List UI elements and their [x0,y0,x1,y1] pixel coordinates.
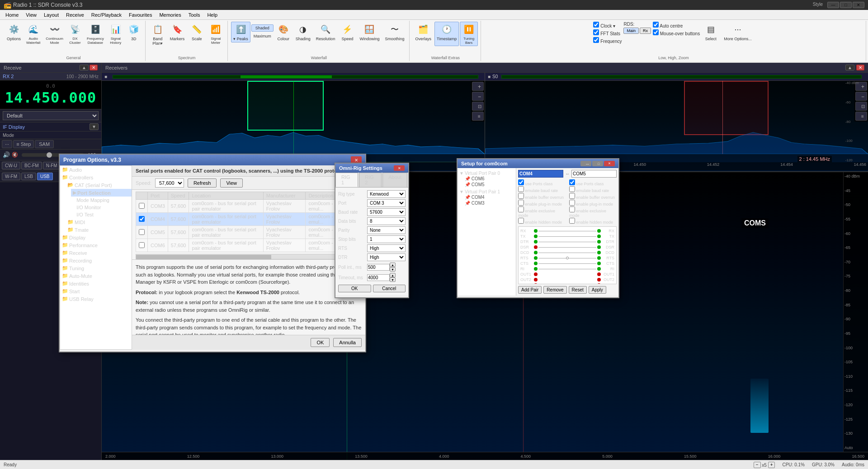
mode-btn-lsb[interactable]: LSB [21,173,36,180]
tree-recording[interactable]: 📁 Recording [60,257,132,264]
table-row[interactable]: COM6 57,600 com0com - bus for serial por… [136,239,362,252]
poll-int-up[interactable]: ▲ [390,263,396,267]
cb-emulate-baud-right[interactable] [569,186,575,192]
tab-about[interactable]: About [382,173,407,187]
com-left-input[interactable] [518,170,563,178]
tab-rig2[interactable]: RIG 2 [359,173,382,187]
menu-layout[interactable]: Layout [40,11,62,19]
rx1-zoom-plus[interactable]: + [472,82,484,91]
receive-panel-expand[interactable]: ▲ [80,65,89,70]
ok-btn[interactable]: OK [311,338,330,347]
menu-favourites[interactable]: Favourites [125,11,156,19]
omni-cancel-btn[interactable]: Cancel [373,285,406,292]
table-row[interactable]: COM4 57,600 com0com - bus for serial por… [136,213,362,226]
rx2-zoom-minus[interactable]: − [855,92,867,101]
tree-io-monitor[interactable]: I/O Monitor [71,204,132,211]
cb-com3[interactable] [139,203,145,209]
port-select[interactable]: COM 3 [367,199,406,207]
btn-sam[interactable]: SAM [35,140,54,148]
mode-btn-wfm[interactable]: W-FM [2,173,20,180]
stop-bits-select[interactable]: 1 [367,235,406,243]
tree-receive[interactable]: 📁 Receive [60,249,132,257]
mode-btn-cwu[interactable]: CW-U [2,162,20,169]
btn-tuning-bars[interactable]: ⏸️ TuningBars [460,22,478,46]
view-btn[interactable]: View [220,178,243,188]
zoom-plus-btn[interactable]: + [768,462,775,468]
cb-frequency[interactable] [593,37,599,43]
btn-band-plan[interactable]: 📋 BandPlan▾ [149,22,167,47]
poll-int-down[interactable]: ▼ [390,267,396,272]
btn-signal-meter[interactable]: 📶 SignalMeter [207,22,225,47]
add-pair-btn[interactable]: Add Pair [518,286,542,294]
tree-display[interactable]: 📁 Display [60,234,132,241]
btn-options[interactable]: ⚙️ Options [5,22,23,46]
menu-recplayback[interactable]: Rec/Playback [88,11,125,19]
mode-btn-nfm[interactable]: N-FM [43,162,61,169]
timeout-down[interactable]: ▼ [390,277,396,282]
btn-select[interactable]: ▤ Select [702,22,720,44]
table-scrollbar[interactable] [136,254,362,259]
rx1-fit[interactable]: ⊡ [472,102,484,111]
cb-exclusive-right[interactable] [569,206,575,212]
btn-rx-rx[interactable]: Rx [640,28,651,34]
btn-scale[interactable]: 📏 Scale [188,22,206,47]
tree-midi[interactable]: 📁 MIDI [66,218,132,226]
rts-select[interactable]: High [367,244,406,252]
cb-com4[interactable] [139,216,145,222]
btn-continuum[interactable]: 〰️ ContinuumMode [43,22,66,46]
com0com-maximize[interactable]: □ [592,161,603,166]
cb-mouseover[interactable] [653,29,659,35]
cb-buffer-overrun-right[interactable] [569,193,575,199]
minimize-button[interactable]: — [827,2,839,8]
btn-markers[interactable]: 🔖 Markers [168,22,187,47]
rx2-fit[interactable]: ⊡ [855,102,867,111]
program-options-title-bar[interactable]: Program Options, v3.3 ✕ [60,155,365,165]
cb-hidden-left[interactable] [518,218,524,224]
timeout-up[interactable]: ▲ [390,273,396,277]
menu-view[interactable]: View [22,11,40,19]
cb-hidden-right[interactable] [569,218,575,224]
omni-rig-close[interactable]: ✕ [394,165,405,171]
data-bits-select[interactable]: 8 [367,217,406,225]
btn-maximum[interactable]: Maximum [251,33,274,40]
com0com-minimize[interactable]: — [580,161,591,166]
cb-emulate-baud-left[interactable] [518,186,524,192]
cancel-btn[interactable]: Annulla [333,338,362,347]
com0com-title-bar[interactable]: Setup for com0com — □ ✕ [458,159,618,168]
btn-audio-waterfall[interactable]: 🌊 AudioWaterfall [24,22,42,46]
tree-controllers[interactable]: 📁 Controllers [60,174,132,181]
tree-mode-mapping[interactable]: Mode Mapping [71,197,132,204]
btn-colour[interactable]: 🎨 Colour [274,22,292,42]
btn-signal-history[interactable]: 📊 SignalHistory [107,22,124,46]
btn-peaks[interactable]: ⬆️ ▾ Peaks [231,22,250,42]
btn-speed[interactable]: ⚡ Speed [338,22,356,42]
tree-pair-0[interactable]: ▼ Virtual Port Pair 0 📌 COM6 📌 COM5 [459,170,514,188]
table-row[interactable]: COM5 57,600 com0com - bus for serial por… [136,226,362,239]
rx1-settings[interactable]: ≡ [472,112,484,121]
zoom-control[interactable]: − x5 + [754,462,775,468]
omni-rig-title-bar[interactable]: Omni-Rig Settings ✕ [335,164,408,173]
profile-select[interactable]: Default [3,111,99,120]
tree-com5[interactable]: 📌 COM5 [465,182,514,188]
cb-exclusive-left[interactable] [518,206,524,212]
cb-use-ports-right[interactable] [569,179,575,185]
apply-btn[interactable]: Apply [589,286,606,294]
tree-performance[interactable]: 📁 Performance [60,241,132,249]
reset-btn[interactable]: Reset [569,286,587,294]
btn-timestamp[interactable]: 🕐 Timestamp [434,22,459,46]
rx2-more[interactable]: ≡ [855,112,867,121]
mode-btn-bcfm[interactable]: BC-FM [21,162,42,169]
cb-buffer-overrun-left[interactable] [518,193,524,199]
remove-btn[interactable]: Remove [543,286,566,294]
rx1-zoom-minus[interactable]: − [472,92,484,101]
btn-freq-db[interactable]: 🗄️ FrequencyDatabase [85,22,106,46]
tree-com6[interactable]: 📌 COM6 [465,176,514,182]
tree-usb-relay[interactable]: 📁 USB Relay [60,295,132,303]
maximize-button[interactable]: □ [840,2,852,8]
tree-tmate[interactable]: 📁 Tmate [66,226,132,234]
omni-ok-btn[interactable]: OK [338,285,371,292]
com-right-input[interactable] [571,170,617,178]
btn-main-rx[interactable]: Main [623,28,639,34]
zoom-minus-btn[interactable]: − [754,462,761,468]
btn-resolution[interactable]: 🔍 Resolution [314,22,338,42]
